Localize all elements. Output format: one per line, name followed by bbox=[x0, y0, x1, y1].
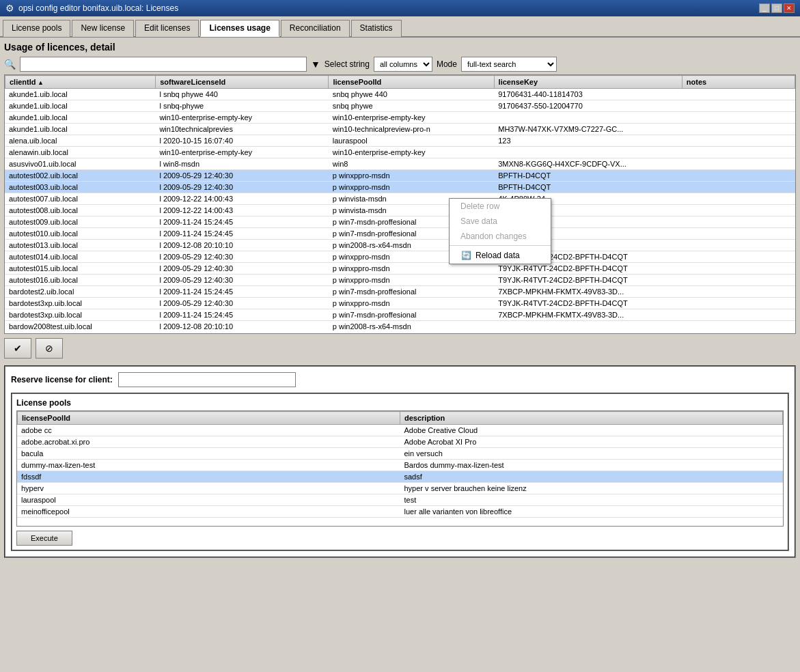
pool-id-cell: fdssdf bbox=[17, 471, 400, 483]
tab-new-license[interactable]: New license bbox=[72, 20, 134, 37]
table-cell-notes bbox=[682, 275, 795, 286]
table-cell-licensekey: T9YJK-R4TVT-24CD2-BPFTH-D4CQT bbox=[494, 263, 682, 275]
table-row[interactable]: akunde1.uib.localwin10-enterprise-empty-… bbox=[5, 112, 795, 124]
table-row[interactable]: autotest015.uib.locall 2009-05-29 12:40:… bbox=[5, 263, 795, 275]
context-delete-row[interactable]: Delete row bbox=[450, 199, 551, 214]
pools-row[interactable]: fdssdfsadsf bbox=[17, 471, 783, 483]
search-input[interactable] bbox=[20, 57, 307, 72]
pools-col-desc[interactable]: description bbox=[400, 412, 783, 425]
mode-select[interactable]: full-text search bbox=[461, 57, 557, 72]
table-row[interactable]: autotest003.uib.locall 2009-05-29 12:40:… bbox=[5, 182, 795, 193]
context-save-data[interactable]: Save data bbox=[450, 214, 551, 229]
reload-data-label: Reload data bbox=[475, 251, 520, 260]
reserve-section: Reserve license for client: License pool… bbox=[4, 365, 796, 558]
reserve-input[interactable] bbox=[118, 372, 296, 387]
col-licensekey[interactable]: licenseKey bbox=[494, 76, 682, 89]
cancel-button[interactable]: ⊘ bbox=[36, 338, 63, 359]
table-cell-clientid: bardow2008test.uib.local bbox=[5, 321, 155, 333]
col-clientid[interactable]: clientId bbox=[5, 76, 156, 89]
table-scroll[interactable]: akunde1.uib.locall snbq phywe 440snbq ph… bbox=[5, 89, 795, 332]
pools-scroll[interactable]: adobe ccAdobe Creative Cloudadobe.acroba… bbox=[17, 425, 783, 527]
reload-icon: 🔄 bbox=[460, 250, 471, 261]
pools-title: License pools bbox=[16, 398, 784, 408]
tab-reconciliation[interactable]: Reconciliation bbox=[281, 20, 350, 37]
table-row[interactable]: alenawin.uib.localwin10-enterprise-empty… bbox=[5, 147, 795, 158]
pools-row[interactable]: lauraspooltest bbox=[17, 494, 783, 506]
table-row[interactable]: bardotest2.uib.locall 2009-11-24 15:24:4… bbox=[5, 286, 795, 298]
table-cell-clientid: autotest008.uib.local bbox=[5, 205, 155, 216]
pools-row[interactable]: adobe ccAdobe Creative Cloud bbox=[17, 425, 783, 436]
table-cell-softwarelicenseid: l 2009-05-29 12:40:30 bbox=[155, 298, 328, 309]
table-cell-notes bbox=[682, 100, 795, 112]
table-cell-clientid: akunde1.uib.local bbox=[5, 100, 155, 112]
table-row[interactable]: asusvivo01.uib.locall win8-msdnwin83MXN8… bbox=[5, 158, 795, 170]
col-licensepoolid[interactable]: licensePoolId bbox=[329, 76, 494, 89]
table-cell-licensepoolid: p winxppro-msdn bbox=[329, 170, 494, 182]
tab-edit-licenses[interactable]: Edit licenses bbox=[135, 20, 199, 37]
table-cell-notes bbox=[682, 263, 795, 275]
pools-row[interactable]: adobe.acrobat.xi.proAdobe Acrobat XI Pro bbox=[17, 436, 783, 448]
filter-icon: ▼ bbox=[311, 59, 320, 70]
delete-row-label: Delete row bbox=[460, 201, 499, 211]
tab-statistics[interactable]: Statistics bbox=[351, 20, 402, 37]
pools-row[interactable]: dummy-max-lizen-testBardos dummy-max-liz… bbox=[17, 460, 783, 471]
context-abandon-changes[interactable]: Abandon changes bbox=[450, 229, 551, 244]
abandon-changes-label: Abandon changes bbox=[460, 232, 527, 241]
table-row[interactable]: autotest013.uib.locall 2009-12-08 20:10:… bbox=[5, 240, 795, 251]
table-cell-licensekey: 91706431-440-11814703 bbox=[494, 89, 682, 100]
table-cell-softwarelicenseid: win10-enterprise-empty-key bbox=[155, 112, 328, 124]
table-cell-notes bbox=[682, 147, 795, 158]
table-row[interactable]: akunde1.uib.locall snbq-phywesnbq phywe9… bbox=[5, 100, 795, 112]
maximize-button[interactable]: □ bbox=[771, 3, 782, 13]
table-row[interactable]: akunde1.uib.localwin10technicalprevieswi… bbox=[5, 124, 795, 135]
table-row[interactable]: alena.uib.locall 2020-10-15 16:07:40laur… bbox=[5, 135, 795, 147]
table-cell-clientid: autotest007.uib.local bbox=[5, 193, 155, 205]
pools-header-table: licensePoolId description bbox=[17, 411, 783, 425]
filter-label: Select string bbox=[325, 59, 370, 69]
table-cell-licensekey: T9YJK-R4TVT-24CD2-BPFTH-D4CQT bbox=[494, 275, 682, 286]
table-row[interactable]: autotest002.uib.locall 2009-05-29 12:40:… bbox=[5, 170, 795, 182]
table-cell-softwarelicenseid: l 2009-05-29 12:40:30 bbox=[155, 170, 328, 182]
table-cell-clientid: autotest002.uib.local bbox=[5, 170, 155, 182]
pools-row[interactable]: meinofficepoolluer alle varianten von li… bbox=[17, 506, 783, 518]
table-row[interactable]: autotest014.uib.locall 2009-05-29 12:40:… bbox=[5, 251, 795, 263]
minimize-button[interactable]: _ bbox=[759, 3, 770, 13]
pools-row[interactable]: baculaein versuch bbox=[17, 448, 783, 460]
close-button[interactable]: ✕ bbox=[784, 3, 795, 13]
execute-button[interactable]: Execute bbox=[16, 531, 72, 546]
pool-id-cell: lauraspool bbox=[17, 494, 400, 506]
tab-bar: License pools New license Edit licenses … bbox=[0, 16, 800, 38]
title-bar-controls: _ □ ✕ bbox=[759, 3, 795, 13]
pools-row[interactable]: hypervhyper v server brauchen keine lize… bbox=[17, 483, 783, 494]
table-cell-softwarelicenseid: l 2009-12-08 20:10:10 bbox=[155, 240, 328, 251]
table-cell-licensepoolid: p winxppro-msdn bbox=[329, 182, 494, 193]
app-icon: ⚙ bbox=[5, 3, 14, 14]
col-notes[interactable]: notes bbox=[682, 76, 795, 89]
table-row[interactable]: autotest008.uib.locall 2009-12-22 14:00:… bbox=[5, 205, 795, 216]
table-row[interactable]: bardow2008test.uib.locall 2009-12-08 20:… bbox=[5, 321, 795, 333]
table-cell-clientid: bardotest3xp.uib.local bbox=[5, 298, 155, 309]
table-cell-licensekey: BPFTH-D4CQT bbox=[494, 182, 682, 193]
table-row[interactable]: autotest010.uib.locall 2009-11-24 15:24:… bbox=[5, 228, 795, 240]
tab-license-pools[interactable]: License pools bbox=[3, 20, 70, 37]
table-row[interactable]: autotest009.uib.locall 2009-11-24 15:24:… bbox=[5, 216, 795, 228]
table-cell-licensepoolid: win10-enterprise-empty-key bbox=[329, 147, 494, 158]
table-cell-softwarelicenseid: l 2009-05-29 12:40:30 bbox=[155, 251, 328, 263]
table-row[interactable]: bardotest3xp.uib.locall 2009-05-29 12:40… bbox=[5, 298, 795, 309]
context-reload-data[interactable]: 🔄 Reload data bbox=[450, 247, 551, 264]
table-row[interactable]: autotest016.uib.locall 2009-05-29 12:40:… bbox=[5, 275, 795, 286]
table-cell-notes bbox=[682, 309, 795, 321]
table-row[interactable]: akunde1.uib.locall snbq phywe 440snbq ph… bbox=[5, 89, 795, 100]
table-cell-softwarelicenseid: l 2009-12-08 20:10:10 bbox=[155, 321, 328, 333]
tab-licenses-usage[interactable]: Licenses usage bbox=[200, 20, 279, 37]
col-softwarelicenseid[interactable]: softwareLicenseId bbox=[156, 76, 329, 89]
columns-select[interactable]: all columns bbox=[374, 57, 432, 72]
table-row[interactable]: bardotest3xp.uib.locall 2009-11-24 15:24… bbox=[5, 309, 795, 321]
pools-col-id[interactable]: licensePoolId bbox=[18, 412, 400, 425]
confirm-button[interactable]: ✔ bbox=[4, 338, 31, 359]
pools-section: License pools licensePoolId description … bbox=[11, 393, 789, 551]
table-row[interactable]: autotest007.uib.locall 2009-12-22 14:00:… bbox=[5, 193, 795, 205]
pool-id-cell: adobe cc bbox=[17, 425, 400, 436]
table-cell-softwarelicenseid: l snbq-phywe bbox=[155, 100, 328, 112]
table-cell-licensekey bbox=[494, 321, 682, 333]
